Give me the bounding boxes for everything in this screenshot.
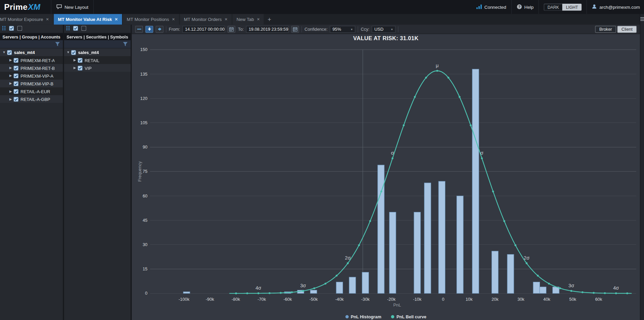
checkbox-checked-icon[interactable] [78, 65, 83, 71]
checkbox-checked-icon[interactable] [14, 81, 19, 86]
select-all-checkbox-icon[interactable] [9, 25, 14, 32]
user-email: arch@primexm.com [599, 4, 640, 9]
tree-row-sales-mt4[interactable]: ▼sales_mt4 [0, 48, 63, 56]
svg-text:-100k: -100k [179, 297, 190, 302]
user-account-menu[interactable]: arch@primexm.com [592, 4, 640, 10]
to-calendar-button[interactable] [291, 26, 299, 33]
add-tab-button[interactable]: + [268, 16, 271, 22]
tree-row-sales-mt4[interactable]: ▼sales_mt4 [64, 48, 131, 56]
tree-label: sales_mt4 [78, 50, 99, 55]
theme-light-button[interactable]: LIGHT [562, 3, 582, 10]
tree-row-primexm-ret-b[interactable]: ▶PRIMEXM-RET-B [0, 64, 63, 72]
confidence-select[interactable]: 95% ▼ [330, 26, 355, 33]
collapse-panel-button[interactable] [135, 26, 143, 33]
svg-text:10k: 10k [466, 297, 473, 302]
checkbox-checked-icon[interactable] [14, 89, 19, 94]
deselect-all-checkbox-icon[interactable] [81, 25, 86, 32]
primexm-logo: PrimeXM [4, 2, 40, 12]
user-icon [592, 4, 597, 10]
filter-funnel-icon[interactable] [123, 41, 128, 48]
tree-row-retail[interactable]: ▶RETAIL [64, 56, 131, 64]
tab-mt-monitor-value-at-risk[interactable]: MT Monitor Value At Risk× [54, 14, 122, 25]
legend-item-histogram[interactable]: PnL Histogram [345, 314, 381, 319]
checkbox-checked-icon[interactable] [71, 50, 76, 55]
svg-text:150: 150 [140, 47, 147, 52]
tree-row-primexm-vip-b[interactable]: ▶PRIMEXM-VIP-B [0, 80, 63, 87]
accounts-filter-row [0, 40, 63, 48]
tab-new-tab[interactable]: New Tab× [232, 14, 264, 25]
tree-row-vip[interactable]: ▶VIP [64, 64, 131, 72]
chart-toolbar: From: 14.12.2017 00:00:00 To: 19.08.2019… [132, 25, 640, 34]
chart-legend: PnL Histogram PnL Bell curve [132, 314, 640, 319]
expand-arrow-icon[interactable]: ▶ [8, 74, 14, 78]
svg-text:σ: σ [391, 150, 394, 156]
svg-text:40k: 40k [543, 297, 550, 302]
expand-arrow-icon[interactable]: ▶ [8, 97, 14, 101]
orientation-down-button[interactable] [145, 26, 153, 33]
svg-text:?: ? [518, 5, 520, 8]
tab-close-icon[interactable]: × [225, 17, 228, 22]
tree-label: PRIMEXM-RET-A [21, 58, 55, 63]
chevron-down-icon: ▼ [350, 28, 353, 31]
collapse-arrow-icon[interactable]: ▼ [65, 51, 71, 54]
deselect-all-checkbox-icon[interactable] [17, 25, 22, 32]
symbols-tree: ▼sales_mt4▶RETAIL▶VIP [64, 48, 131, 72]
tab-close-icon[interactable]: × [257, 17, 260, 22]
legend-item-bell-curve[interactable]: PnL Bell curve [391, 314, 426, 319]
expand-arrow-icon[interactable]: ▶ [8, 89, 14, 93]
chart-plot-area: 0153045607590105120135150-100k-90k-80k-7… [132, 34, 640, 320]
histogram-bars[interactable] [183, 69, 559, 293]
from-date-input[interactable]: 14.12.2017 00:00:00 [182, 26, 225, 33]
expand-arrow-icon[interactable]: ▶ [8, 58, 14, 62]
checkbox-checked-icon[interactable] [14, 58, 19, 63]
svg-text:-70k: -70k [257, 297, 266, 302]
tree-row-primexm-ret-a[interactable]: ▶PRIMEXM-RET-A [0, 56, 63, 64]
tab-label: MT Monitor Value At Risk [58, 17, 112, 22]
expand-arrow-icon[interactable]: ▶ [8, 82, 14, 85]
client-button[interactable]: Client [617, 26, 637, 33]
x-tick-labels: -100k-90k-80k-70k-60k-50k-40k-30k-20k-10… [179, 297, 602, 302]
checkbox-checked-icon[interactable] [14, 73, 19, 78]
from-calendar-button[interactable] [228, 26, 236, 33]
ccy-select[interactable]: USD ▼ [372, 26, 396, 33]
confidence-label: Confidence: [304, 27, 327, 32]
tree-row-retail-a-eur[interactable]: ▶RETAIL-A-EUR [0, 87, 63, 95]
tab-mt-monitor-exposure[interactable]: MT Monitor Exposure× [0, 14, 53, 25]
expand-arrow-icon[interactable]: ▶ [72, 66, 78, 70]
broker-button[interactable]: Broker [595, 26, 616, 33]
checkbox-checked-icon[interactable] [7, 50, 12, 55]
tab-close-icon[interactable]: × [172, 17, 175, 22]
help-button[interactable]: ? Help [517, 4, 534, 10]
expand-arrow-icon[interactable]: ▶ [8, 66, 14, 70]
svg-text:-80k: -80k [232, 297, 240, 302]
tab-mt-monitor-orders[interactable]: MT Monitor Orders× [180, 14, 231, 25]
hamburger-menu-icon[interactable] [640, 17, 644, 21]
chevron-down-icon: ▼ [391, 28, 393, 31]
signal-bars-icon [476, 4, 482, 10]
filter-funnel-icon[interactable] [55, 41, 60, 48]
select-all-checkbox-icon[interactable] [73, 25, 78, 32]
logo-text-prime: Prime [4, 2, 27, 12]
tree-label: PRIMEXM-VIP-B [21, 81, 53, 86]
expand-arrow-icon[interactable]: ▶ [72, 58, 78, 62]
theme-dark-button[interactable]: DARK [544, 3, 562, 10]
tree-row-retail-a-gbp[interactable]: ▶RETAIL-A-GBP [0, 95, 63, 103]
checkbox-checked-icon[interactable] [14, 65, 19, 71]
checkbox-checked-icon[interactable] [14, 97, 19, 102]
checkbox-checked-icon[interactable] [78, 58, 83, 63]
drag-handle-icon[interactable] [66, 25, 70, 32]
tree-label: RETAIL-A-EUR [21, 89, 50, 94]
svg-text:-10k: -10k [413, 297, 421, 302]
tab-mt-monitor-positions[interactable]: MT Monitor Positions× [123, 14, 179, 25]
right-side-strip [640, 14, 644, 320]
new-layout-button[interactable]: New Layout [56, 4, 89, 10]
svg-text:-90k: -90k [206, 297, 214, 302]
collapse-arrow-icon[interactable]: ▼ [1, 51, 7, 54]
tab-close-icon[interactable]: × [46, 17, 49, 22]
drag-handle-icon[interactable] [2, 25, 6, 32]
tree-row-primexm-vip-a[interactable]: ▶PRIMEXM-VIP-A [0, 72, 63, 80]
to-date-input[interactable]: 19.08.2019 23:59:59 [246, 26, 289, 33]
tab-close-icon[interactable]: × [115, 17, 118, 22]
orientation-right-button[interactable] [156, 26, 164, 33]
ccy-value: USD [374, 27, 383, 32]
